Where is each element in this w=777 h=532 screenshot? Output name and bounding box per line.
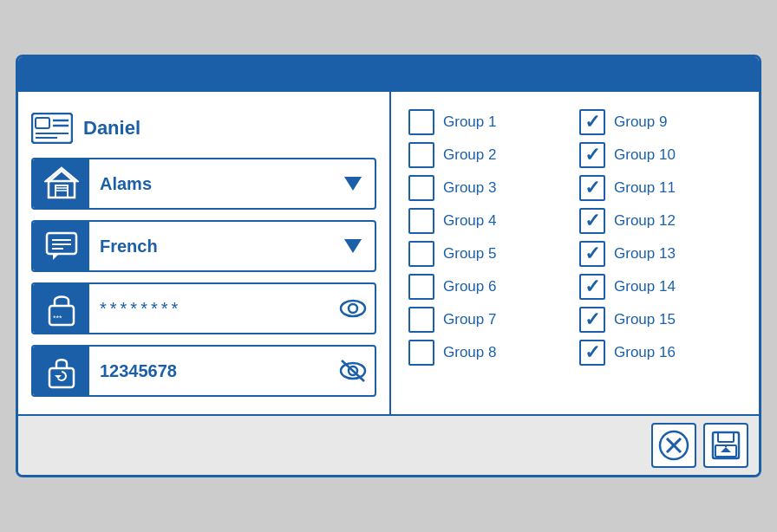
checkbox-12[interactable] xyxy=(579,208,605,234)
right-panel: Group 1 Group 9 Group 2 Group 10 xyxy=(391,92,759,414)
password-row[interactable]: *** ******** xyxy=(31,282,376,334)
group-15-label: Group 15 xyxy=(614,311,676,328)
group-8-label: Group 8 xyxy=(443,344,496,361)
group-1-label: Group 1 xyxy=(443,114,496,131)
language-arrow-icon[interactable] xyxy=(331,222,375,270)
user-row: Daniel xyxy=(31,109,376,147)
checkbox-9[interactable] xyxy=(579,109,605,135)
checkbox-4[interactable] xyxy=(408,208,434,234)
group-9-label: Group 9 xyxy=(614,114,667,131)
group-item-16[interactable]: Group 16 xyxy=(579,340,741,366)
svg-marker-33 xyxy=(721,447,731,452)
alarm-arrow-icon[interactable] xyxy=(331,159,375,208)
checkbox-15[interactable] xyxy=(579,307,605,333)
alarm-label: Alams xyxy=(89,174,331,194)
footer-bar xyxy=(18,414,759,475)
group-item-3[interactable]: Group 3 xyxy=(408,175,571,201)
language-label: French xyxy=(89,237,331,256)
group-item-7[interactable]: Group 7 xyxy=(408,307,571,333)
svg-marker-16 xyxy=(53,254,59,260)
checkbox-8[interactable] xyxy=(408,340,434,366)
checkbox-16[interactable] xyxy=(579,340,605,366)
group-item-5[interactable]: Group 5 xyxy=(408,241,571,267)
checkbox-2[interactable] xyxy=(408,142,434,168)
svg-rect-31 xyxy=(718,432,734,442)
cancel-icon xyxy=(658,430,689,461)
group-item-9[interactable]: Group 9 xyxy=(579,109,741,135)
group-5-label: Group 5 xyxy=(443,245,496,263)
language-icon-box xyxy=(33,222,89,270)
group-10-label: Group 10 xyxy=(614,146,676,164)
checkbox-11[interactable] xyxy=(579,175,605,201)
svg-text:***: *** xyxy=(53,314,62,322)
confirm-value: 12345678 xyxy=(89,361,331,381)
group-item-8[interactable]: Group 8 xyxy=(408,340,571,366)
group-item-4[interactable]: Group 4 xyxy=(408,208,571,234)
left-panel: Daniel Alams xyxy=(18,92,391,414)
alarm-icon-box xyxy=(33,159,89,208)
svg-point-20 xyxy=(341,301,365,316)
svg-rect-1 xyxy=(36,118,49,128)
svg-marker-11 xyxy=(344,177,362,191)
group-item-2[interactable]: Group 2 xyxy=(408,142,571,168)
group-item-12[interactable]: Group 12 xyxy=(579,208,741,234)
checkbox-5[interactable] xyxy=(408,241,434,267)
header-bar xyxy=(18,57,759,92)
checkbox-10[interactable] xyxy=(579,142,605,168)
group-13-label: Group 13 xyxy=(614,245,676,263)
lock-refresh-icon xyxy=(44,353,79,389)
svg-marker-23 xyxy=(55,375,62,379)
group-item-11[interactable]: Group 11 xyxy=(579,175,741,201)
group-4-label: Group 4 xyxy=(443,212,496,230)
group-item-6[interactable]: Group 6 xyxy=(408,274,571,300)
group-item-1[interactable]: Group 1 xyxy=(408,109,571,135)
confirm-password-row[interactable]: 12345678 xyxy=(31,345,376,397)
svg-point-21 xyxy=(349,304,357,313)
checkbox-6[interactable] xyxy=(408,274,434,300)
checkbox-14[interactable] xyxy=(579,274,605,300)
house-icon xyxy=(44,166,79,201)
content-area: Daniel Alams xyxy=(18,92,759,414)
svg-rect-8 xyxy=(56,185,68,198)
user-name: Daniel xyxy=(83,117,140,139)
checkbox-7[interactable] xyxy=(408,307,434,333)
groups-grid: Group 1 Group 9 Group 2 Group 10 xyxy=(400,101,750,374)
alarm-dropdown[interactable]: Alams xyxy=(31,158,376,210)
checkbox-1[interactable] xyxy=(408,109,434,135)
group-6-label: Group 6 xyxy=(443,278,496,295)
confirm-icon-box xyxy=(33,347,89,395)
lock-icon: *** xyxy=(44,290,79,327)
chat-icon xyxy=(44,229,79,263)
group-12-label: Group 12 xyxy=(614,212,676,230)
save-button[interactable] xyxy=(703,423,748,468)
slash-eye-icon[interactable] xyxy=(331,347,375,395)
group-7-label: Group 7 xyxy=(443,311,496,328)
password-icon-box: *** xyxy=(33,284,89,333)
group-item-14[interactable]: Group 14 xyxy=(579,274,741,300)
cancel-button[interactable] xyxy=(651,423,696,468)
group-item-13[interactable]: Group 13 xyxy=(579,241,741,267)
user-icon xyxy=(31,113,73,144)
svg-marker-17 xyxy=(344,239,362,253)
checkbox-13[interactable] xyxy=(579,241,605,267)
password-dots: ******** xyxy=(89,299,331,319)
group-2-label: Group 2 xyxy=(443,146,496,164)
eye-icon[interactable] xyxy=(331,284,375,333)
checkbox-3[interactable] xyxy=(408,175,434,201)
group-11-label: Group 11 xyxy=(614,179,676,197)
group-item-15[interactable]: Group 15 xyxy=(579,307,741,333)
group-16-label: Group 16 xyxy=(614,344,676,361)
language-dropdown[interactable]: French xyxy=(31,220,376,272)
group-3-label: Group 3 xyxy=(443,179,496,197)
group-14-label: Group 14 xyxy=(614,278,676,295)
group-item-10[interactable]: Group 10 xyxy=(579,142,741,168)
main-container: Daniel Alams xyxy=(16,55,761,477)
save-icon xyxy=(710,430,741,461)
